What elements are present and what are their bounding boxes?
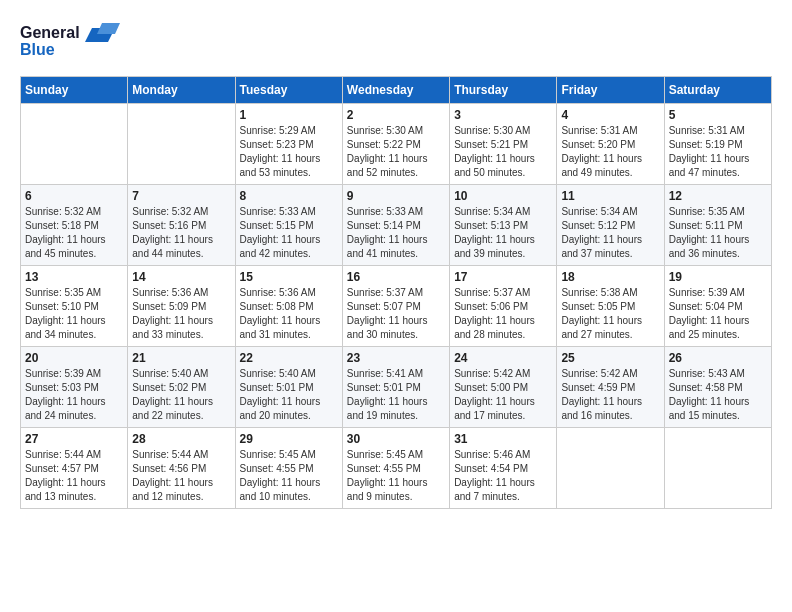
day-number: 2 xyxy=(347,108,445,122)
day-number: 10 xyxy=(454,189,552,203)
calendar-cell xyxy=(21,104,128,185)
calendar-cell xyxy=(664,428,771,509)
day-number: 21 xyxy=(132,351,230,365)
day-info: Sunrise: 5:34 AMSunset: 5:12 PMDaylight:… xyxy=(561,205,659,261)
calendar-cell: 10Sunrise: 5:34 AMSunset: 5:13 PMDayligh… xyxy=(450,185,557,266)
day-number: 19 xyxy=(669,270,767,284)
weekday-header-row: SundayMondayTuesdayWednesdayThursdayFrid… xyxy=(21,77,772,104)
calendar-cell: 9Sunrise: 5:33 AMSunset: 5:14 PMDaylight… xyxy=(342,185,449,266)
day-info: Sunrise: 5:36 AMSunset: 5:09 PMDaylight:… xyxy=(132,286,230,342)
calendar-cell: 16Sunrise: 5:37 AMSunset: 5:07 PMDayligh… xyxy=(342,266,449,347)
day-info: Sunrise: 5:35 AMSunset: 5:10 PMDaylight:… xyxy=(25,286,123,342)
weekday-header-thursday: Thursday xyxy=(450,77,557,104)
day-number: 9 xyxy=(347,189,445,203)
day-number: 8 xyxy=(240,189,338,203)
day-info: Sunrise: 5:46 AMSunset: 4:54 PMDaylight:… xyxy=(454,448,552,504)
calendar-cell: 22Sunrise: 5:40 AMSunset: 5:01 PMDayligh… xyxy=(235,347,342,428)
day-number: 27 xyxy=(25,432,123,446)
calendar-cell: 26Sunrise: 5:43 AMSunset: 4:58 PMDayligh… xyxy=(664,347,771,428)
calendar-cell: 3Sunrise: 5:30 AMSunset: 5:21 PMDaylight… xyxy=(450,104,557,185)
page-header: General Blue xyxy=(20,20,772,60)
day-info: Sunrise: 5:31 AMSunset: 5:20 PMDaylight:… xyxy=(561,124,659,180)
day-info: Sunrise: 5:33 AMSunset: 5:15 PMDaylight:… xyxy=(240,205,338,261)
calendar-cell: 14Sunrise: 5:36 AMSunset: 5:09 PMDayligh… xyxy=(128,266,235,347)
day-info: Sunrise: 5:35 AMSunset: 5:11 PMDaylight:… xyxy=(669,205,767,261)
calendar-cell: 17Sunrise: 5:37 AMSunset: 5:06 PMDayligh… xyxy=(450,266,557,347)
calendar-week-3: 13Sunrise: 5:35 AMSunset: 5:10 PMDayligh… xyxy=(21,266,772,347)
calendar-cell: 24Sunrise: 5:42 AMSunset: 5:00 PMDayligh… xyxy=(450,347,557,428)
day-number: 7 xyxy=(132,189,230,203)
calendar-cell: 4Sunrise: 5:31 AMSunset: 5:20 PMDaylight… xyxy=(557,104,664,185)
day-number: 29 xyxy=(240,432,338,446)
day-number: 6 xyxy=(25,189,123,203)
day-info: Sunrise: 5:40 AMSunset: 5:02 PMDaylight:… xyxy=(132,367,230,423)
calendar-week-4: 20Sunrise: 5:39 AMSunset: 5:03 PMDayligh… xyxy=(21,347,772,428)
day-number: 5 xyxy=(669,108,767,122)
svg-text:General: General xyxy=(20,24,80,41)
day-info: Sunrise: 5:37 AMSunset: 5:06 PMDaylight:… xyxy=(454,286,552,342)
day-info: Sunrise: 5:29 AMSunset: 5:23 PMDaylight:… xyxy=(240,124,338,180)
day-number: 16 xyxy=(347,270,445,284)
day-number: 11 xyxy=(561,189,659,203)
day-number: 20 xyxy=(25,351,123,365)
day-number: 15 xyxy=(240,270,338,284)
calendar-cell: 2Sunrise: 5:30 AMSunset: 5:22 PMDaylight… xyxy=(342,104,449,185)
day-number: 1 xyxy=(240,108,338,122)
day-number: 14 xyxy=(132,270,230,284)
calendar-cell: 20Sunrise: 5:39 AMSunset: 5:03 PMDayligh… xyxy=(21,347,128,428)
day-info: Sunrise: 5:44 AMSunset: 4:57 PMDaylight:… xyxy=(25,448,123,504)
day-info: Sunrise: 5:44 AMSunset: 4:56 PMDaylight:… xyxy=(132,448,230,504)
calendar-cell: 29Sunrise: 5:45 AMSunset: 4:55 PMDayligh… xyxy=(235,428,342,509)
calendar-cell: 1Sunrise: 5:29 AMSunset: 5:23 PMDaylight… xyxy=(235,104,342,185)
day-info: Sunrise: 5:32 AMSunset: 5:18 PMDaylight:… xyxy=(25,205,123,261)
day-info: Sunrise: 5:45 AMSunset: 4:55 PMDaylight:… xyxy=(240,448,338,504)
day-number: 17 xyxy=(454,270,552,284)
day-number: 23 xyxy=(347,351,445,365)
calendar-cell: 6Sunrise: 5:32 AMSunset: 5:18 PMDaylight… xyxy=(21,185,128,266)
day-info: Sunrise: 5:31 AMSunset: 5:19 PMDaylight:… xyxy=(669,124,767,180)
calendar-week-2: 6Sunrise: 5:32 AMSunset: 5:18 PMDaylight… xyxy=(21,185,772,266)
day-info: Sunrise: 5:38 AMSunset: 5:05 PMDaylight:… xyxy=(561,286,659,342)
logo: General Blue xyxy=(20,20,130,60)
calendar-week-5: 27Sunrise: 5:44 AMSunset: 4:57 PMDayligh… xyxy=(21,428,772,509)
calendar-cell: 23Sunrise: 5:41 AMSunset: 5:01 PMDayligh… xyxy=(342,347,449,428)
weekday-header-friday: Friday xyxy=(557,77,664,104)
day-info: Sunrise: 5:30 AMSunset: 5:21 PMDaylight:… xyxy=(454,124,552,180)
calendar-cell: 30Sunrise: 5:45 AMSunset: 4:55 PMDayligh… xyxy=(342,428,449,509)
day-number: 26 xyxy=(669,351,767,365)
weekday-header-saturday: Saturday xyxy=(664,77,771,104)
calendar-cell: 5Sunrise: 5:31 AMSunset: 5:19 PMDaylight… xyxy=(664,104,771,185)
calendar-cell: 28Sunrise: 5:44 AMSunset: 4:56 PMDayligh… xyxy=(128,428,235,509)
calendar-cell: 19Sunrise: 5:39 AMSunset: 5:04 PMDayligh… xyxy=(664,266,771,347)
day-number: 12 xyxy=(669,189,767,203)
weekday-header-wednesday: Wednesday xyxy=(342,77,449,104)
day-info: Sunrise: 5:39 AMSunset: 5:04 PMDaylight:… xyxy=(669,286,767,342)
logo-svg: General Blue xyxy=(20,20,130,60)
day-number: 4 xyxy=(561,108,659,122)
day-info: Sunrise: 5:34 AMSunset: 5:13 PMDaylight:… xyxy=(454,205,552,261)
day-number: 3 xyxy=(454,108,552,122)
calendar-cell xyxy=(128,104,235,185)
day-info: Sunrise: 5:32 AMSunset: 5:16 PMDaylight:… xyxy=(132,205,230,261)
day-number: 30 xyxy=(347,432,445,446)
calendar-cell: 12Sunrise: 5:35 AMSunset: 5:11 PMDayligh… xyxy=(664,185,771,266)
calendar-cell: 18Sunrise: 5:38 AMSunset: 5:05 PMDayligh… xyxy=(557,266,664,347)
day-info: Sunrise: 5:42 AMSunset: 5:00 PMDaylight:… xyxy=(454,367,552,423)
svg-text:Blue: Blue xyxy=(20,41,55,58)
day-info: Sunrise: 5:37 AMSunset: 5:07 PMDaylight:… xyxy=(347,286,445,342)
weekday-header-tuesday: Tuesday xyxy=(235,77,342,104)
calendar-cell: 21Sunrise: 5:40 AMSunset: 5:02 PMDayligh… xyxy=(128,347,235,428)
calendar-cell: 15Sunrise: 5:36 AMSunset: 5:08 PMDayligh… xyxy=(235,266,342,347)
day-number: 22 xyxy=(240,351,338,365)
day-info: Sunrise: 5:41 AMSunset: 5:01 PMDaylight:… xyxy=(347,367,445,423)
weekday-header-sunday: Sunday xyxy=(21,77,128,104)
day-info: Sunrise: 5:30 AMSunset: 5:22 PMDaylight:… xyxy=(347,124,445,180)
day-number: 18 xyxy=(561,270,659,284)
calendar-cell: 27Sunrise: 5:44 AMSunset: 4:57 PMDayligh… xyxy=(21,428,128,509)
day-info: Sunrise: 5:33 AMSunset: 5:14 PMDaylight:… xyxy=(347,205,445,261)
calendar-cell xyxy=(557,428,664,509)
day-info: Sunrise: 5:40 AMSunset: 5:01 PMDaylight:… xyxy=(240,367,338,423)
weekday-header-monday: Monday xyxy=(128,77,235,104)
calendar-table: SundayMondayTuesdayWednesdayThursdayFrid… xyxy=(20,76,772,509)
day-info: Sunrise: 5:42 AMSunset: 4:59 PMDaylight:… xyxy=(561,367,659,423)
